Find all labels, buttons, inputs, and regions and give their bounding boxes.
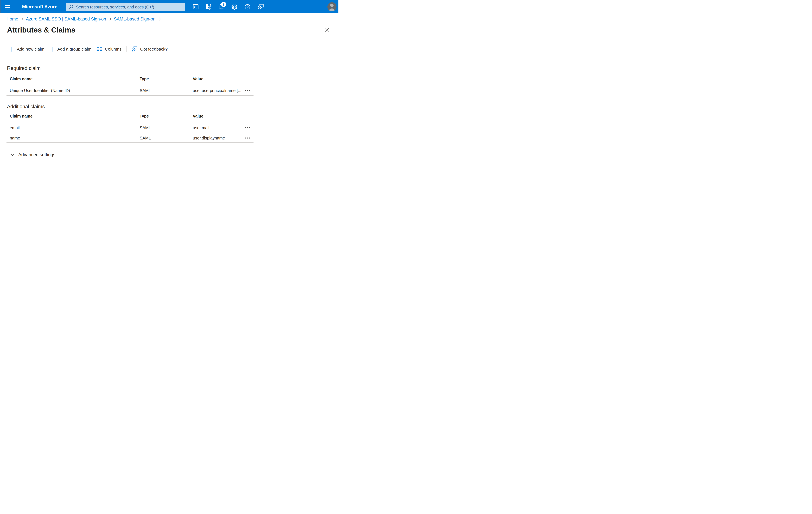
cell-value: user.userprincipalname [... bbox=[193, 88, 241, 93]
help-icon[interactable]: ? bbox=[244, 0, 251, 13]
table-header-line bbox=[6, 85, 254, 85]
chevron-right-icon bbox=[110, 17, 111, 21]
chevron-right-icon bbox=[22, 17, 24, 21]
feedback-icon[interactable] bbox=[257, 0, 264, 13]
breadcrumb: Home Azure SAML SSO | SAML-based Sign-on… bbox=[6, 17, 163, 22]
table-row-line bbox=[6, 132, 254, 132]
cell-type: SAML bbox=[140, 135, 151, 141]
search-input[interactable]: Search resources, services, and docs (G+… bbox=[66, 3, 185, 11]
advanced-settings-label: Advanced settings bbox=[18, 152, 56, 157]
cloud-shell-icon[interactable] bbox=[193, 0, 199, 13]
notification-badge-count: 6 bbox=[223, 3, 225, 6]
col-header-value: Value bbox=[193, 113, 203, 119]
add-new-claim-label: Add new claim bbox=[17, 47, 44, 52]
azure-portal-screen: Microsoft Azure Search resources, servic… bbox=[0, 0, 339, 171]
close-icon[interactable] bbox=[324, 28, 329, 32]
got-feedback-label: Got feedback? bbox=[140, 47, 168, 52]
columns-label: Columns bbox=[105, 47, 122, 52]
topbar-left-edge bbox=[0, 0, 1, 13]
row-context-menu-icon[interactable] bbox=[244, 127, 252, 129]
cell-claim-name[interactable]: Unique User Identifier (Name ID) bbox=[10, 88, 70, 93]
chevron-right-icon bbox=[159, 17, 161, 21]
notifications-bell-icon[interactable]: 6 bbox=[218, 0, 227, 13]
table-header-line bbox=[6, 121, 254, 122]
col-header-claim-name: Claim name bbox=[10, 113, 32, 119]
chevron-down-icon bbox=[10, 153, 14, 156]
add-group-claim-label: Add a group claim bbox=[57, 47, 91, 52]
breadcrumb-saml-signon[interactable]: SAML-based Sign-on bbox=[114, 17, 155, 22]
command-bar: Add new claim Add a group claim Columns bbox=[0, 46, 339, 52]
avatar[interactable] bbox=[327, 2, 336, 11]
topbar: Microsoft Azure Search resources, servic… bbox=[0, 0, 339, 13]
cell-value: user.displayname bbox=[193, 135, 225, 141]
advanced-settings-toggle[interactable]: Advanced settings bbox=[10, 152, 55, 158]
additional-claims-heading: Additional claims bbox=[7, 103, 45, 110]
col-header-value: Value bbox=[193, 76, 203, 82]
brand-logo[interactable]: Microsoft Azure bbox=[22, 0, 57, 13]
search-placeholder: Search resources, services, and docs (G+… bbox=[76, 3, 154, 11]
hamburger-menu-icon[interactable] bbox=[5, 5, 10, 9]
columns-icon bbox=[97, 47, 102, 51]
breadcrumb-home[interactable]: Home bbox=[6, 17, 18, 22]
row-context-menu-icon[interactable] bbox=[244, 90, 252, 91]
columns-button[interactable]: Columns bbox=[97, 46, 122, 52]
feedback-icon bbox=[132, 47, 138, 53]
settings-gear-icon[interactable] bbox=[231, 0, 238, 13]
add-new-claim-button[interactable]: Add new claim bbox=[9, 46, 44, 52]
title-context-menu-icon[interactable] bbox=[86, 29, 91, 31]
cell-value: user.mail bbox=[193, 125, 209, 131]
breadcrumb-app-sso[interactable]: Azure SAML SSO | SAML-based Sign-on bbox=[26, 17, 106, 22]
plus-icon bbox=[50, 47, 55, 52]
svg-text:?: ? bbox=[246, 5, 249, 9]
row-context-menu-icon[interactable] bbox=[244, 137, 252, 139]
toolbar-separator bbox=[6, 55, 332, 55]
required-claim-heading: Required claim bbox=[7, 65, 40, 72]
col-header-type: Type bbox=[140, 113, 149, 119]
cell-claim-name[interactable]: name bbox=[10, 135, 20, 141]
topbar-right-edge bbox=[338, 0, 339, 13]
toolbar-divider bbox=[126, 46, 126, 52]
plus-icon bbox=[9, 47, 14, 52]
page-title: Attributes & Claims bbox=[7, 26, 75, 34]
cell-type: SAML bbox=[140, 88, 151, 93]
cell-type: SAML bbox=[140, 125, 151, 131]
add-group-claim-button[interactable]: Add a group claim bbox=[50, 46, 91, 52]
directory-filter-icon[interactable] bbox=[205, 0, 212, 13]
col-header-claim-name: Claim name bbox=[10, 76, 32, 82]
got-feedback-button[interactable]: Got feedback? bbox=[132, 46, 168, 52]
col-header-type: Type bbox=[140, 76, 149, 82]
cell-claim-name[interactable]: email bbox=[10, 125, 20, 131]
search-icon bbox=[66, 3, 74, 11]
